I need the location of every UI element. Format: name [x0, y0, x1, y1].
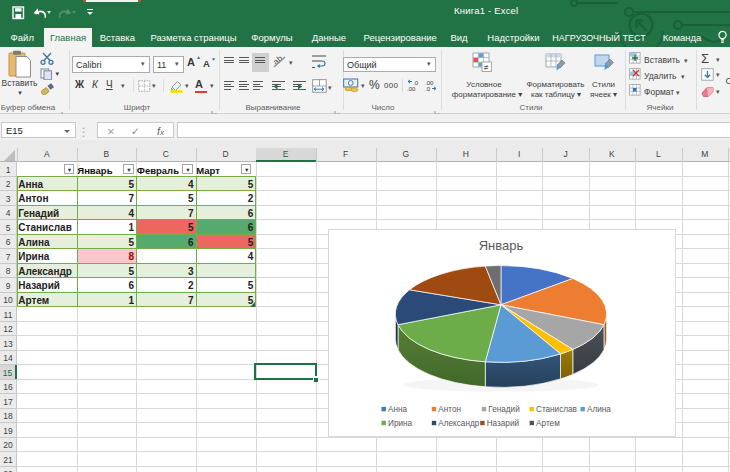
svg-text:Ирина: Ирина	[388, 419, 413, 428]
svg-text:Анна: Анна	[388, 405, 408, 414]
svg-text:Январь: Январь	[479, 238, 524, 253]
svg-text:Генадий: Генадий	[489, 405, 520, 414]
svg-text:≠: ≠	[484, 63, 489, 72]
svg-text:Алина: Алина	[587, 405, 611, 414]
svg-text:Александр: Александр	[439, 419, 480, 428]
svg-text:.00: .00	[407, 86, 416, 92]
svg-text:Станислав: Станислав	[536, 405, 577, 414]
svg-text:Артем: Артем	[536, 419, 560, 428]
svg-text:Назарий: Назарий	[487, 419, 519, 428]
svg-text:Антон: Антон	[439, 405, 462, 414]
svg-text:.0: .0	[425, 86, 431, 92]
